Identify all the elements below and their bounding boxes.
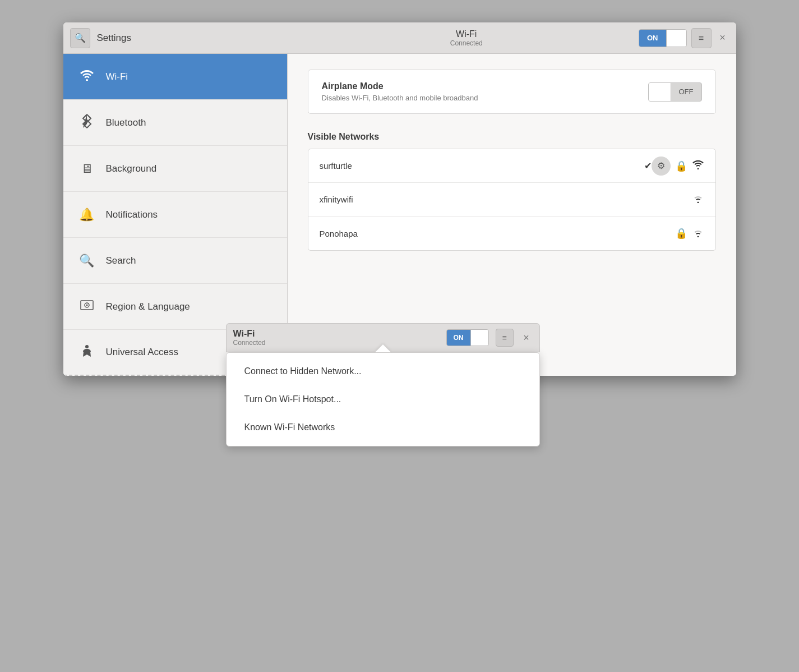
network-lock-icon: 🔒 xyxy=(675,160,687,172)
mini-hamburger-icon: ≡ xyxy=(502,333,506,342)
dropdown-arrow xyxy=(375,344,391,352)
mini-close-button[interactable]: × xyxy=(520,332,533,344)
sidebar-item-label-bluetooth: Bluetooth xyxy=(106,117,146,128)
sidebar-item-label-background: Background xyxy=(106,163,157,174)
sidebar-item-label-universal: Universal Access xyxy=(106,347,178,358)
dropdown-item-known-networks[interactable]: Known Wi-Fi Networks xyxy=(227,413,539,441)
visible-networks-title: Visible Networks xyxy=(308,132,716,142)
wifi-toggle[interactable]: ON xyxy=(639,29,687,47)
mini-toggle-off-area[interactable] xyxy=(470,330,488,346)
sidebar-item-label-region: Region & Language xyxy=(106,301,190,312)
mini-close-icon: × xyxy=(523,332,529,344)
title-bar-left: 🔍 Settings xyxy=(70,28,294,48)
network-icons-surfturtle: ⚙ 🔒 xyxy=(652,157,704,176)
airplane-mode-description: Disables Wi-Fi, Bluetooth and mobile bro… xyxy=(322,94,478,102)
universal-icon xyxy=(79,344,95,360)
network-item-xfinitywifi[interactable]: xfinitywifi xyxy=(308,183,715,217)
mini-wifi-title: Wi-Fi xyxy=(233,329,440,339)
sidebar-item-label-notifications: Notifications xyxy=(106,209,158,220)
network-item-ponohapa[interactable]: Ponohapa 🔒 xyxy=(308,217,715,250)
network-name-xfinitywifi: xfinitywifi xyxy=(320,195,692,204)
section-title: Wi-Fi xyxy=(456,29,477,39)
region-icon xyxy=(79,300,95,314)
network-item-surfturtle[interactable]: surfturtle ✔ ⚙ 🔒 xyxy=(308,149,715,183)
title-bar-center: Wi-Fi Connected xyxy=(294,29,639,47)
mini-toggle-on-label[interactable]: ON xyxy=(447,330,470,346)
network-lock-icon-ponohapa: 🔒 xyxy=(675,227,687,240)
airplane-mode-toggle[interactable]: OFF xyxy=(648,82,702,102)
network-icons-xfinitywifi xyxy=(692,193,704,206)
airplane-mode-title: Airplane Mode xyxy=(322,81,478,91)
sidebar-item-search[interactable]: 🔍 Search xyxy=(63,238,287,284)
mini-title-section: Wi-Fi Connected xyxy=(233,329,440,347)
app-title: Settings xyxy=(97,33,131,44)
svg-point-4 xyxy=(85,345,89,348)
mini-titlebar-popup: Wi-Fi Connected ON ≡ × Connect xyxy=(226,323,540,447)
close-icon: × xyxy=(719,32,726,44)
background-icon: 🖥 xyxy=(79,162,95,176)
dropdown-container: Connect to Hidden Network... Turn On Wi-… xyxy=(226,352,540,447)
sidebar-item-bluetooth[interactable]: Bluetooth xyxy=(63,100,287,146)
dropdown-item-hidden-network[interactable]: Connect to Hidden Network... xyxy=(227,357,539,385)
title-bar-right: ON ≡ × xyxy=(639,28,729,48)
search-icon: 🔍 xyxy=(75,33,86,43)
notifications-icon: 🔔 xyxy=(79,208,95,222)
hamburger-icon: ≡ xyxy=(699,33,704,43)
wifi-icon xyxy=(79,70,95,84)
toggle-off-area[interactable] xyxy=(666,30,686,47)
toggle-on-label[interactable]: ON xyxy=(639,30,666,47)
airplane-toggle-on-area[interactable] xyxy=(649,83,671,101)
settings-window: 🔍 Settings Wi-Fi Connected ON ≡ × xyxy=(63,22,736,376)
sidebar-item-notifications[interactable]: 🔔 Notifications xyxy=(63,192,287,238)
svg-point-6 xyxy=(697,202,699,204)
svg-point-3 xyxy=(86,305,87,306)
network-name-surfturtle: surfturtle xyxy=(320,161,639,171)
dropdown-menu: Connect to Hidden Network... Turn On Wi-… xyxy=(226,352,540,447)
airplane-mode-text: Airplane Mode Disables Wi-Fi, Bluetooth … xyxy=(322,81,478,102)
sidebar-item-label-wifi: Wi-Fi xyxy=(106,71,128,82)
network-connected-check: ✔ xyxy=(644,160,652,171)
airplane-mode-card: Airplane Mode Disables Wi-Fi, Bluetooth … xyxy=(308,70,716,114)
network-wifi-icon-medium xyxy=(692,193,704,206)
network-icons-ponohapa: 🔒 xyxy=(675,227,704,240)
networks-list: surfturtle ✔ ⚙ 🔒 xyxy=(308,149,716,251)
network-wifi-icon-ponohapa xyxy=(692,227,704,240)
sidebar-item-background[interactable]: 🖥 Background xyxy=(63,146,287,192)
mini-menu-button[interactable]: ≡ xyxy=(496,329,514,347)
sidebar-item-label-search: Search xyxy=(106,255,136,266)
network-settings-button[interactable]: ⚙ xyxy=(652,157,671,176)
network-name-ponohapa: Ponohapa xyxy=(320,229,675,238)
mini-connection-status: Connected xyxy=(233,339,440,347)
search-button[interactable]: 🔍 xyxy=(70,28,90,48)
svg-point-7 xyxy=(697,236,699,237)
connection-status: Connected xyxy=(450,39,483,47)
menu-button[interactable]: ≡ xyxy=(691,28,712,48)
bluetooth-icon xyxy=(79,114,95,132)
close-button[interactable]: × xyxy=(716,31,729,45)
airplane-toggle-off-label[interactable]: OFF xyxy=(671,83,701,101)
mini-wifi-toggle[interactable]: ON xyxy=(446,329,489,346)
search-sidebar-icon: 🔍 xyxy=(79,254,95,268)
svg-point-5 xyxy=(697,168,699,170)
dropdown-item-hotspot[interactable]: Turn On Wi-Fi Hotspot... xyxy=(227,385,539,413)
network-wifi-icon-full xyxy=(692,159,704,172)
title-bar: 🔍 Settings Wi-Fi Connected ON ≡ × xyxy=(63,22,736,54)
svg-point-0 xyxy=(86,79,88,81)
sidebar-item-wifi[interactable]: Wi-Fi xyxy=(63,54,287,100)
